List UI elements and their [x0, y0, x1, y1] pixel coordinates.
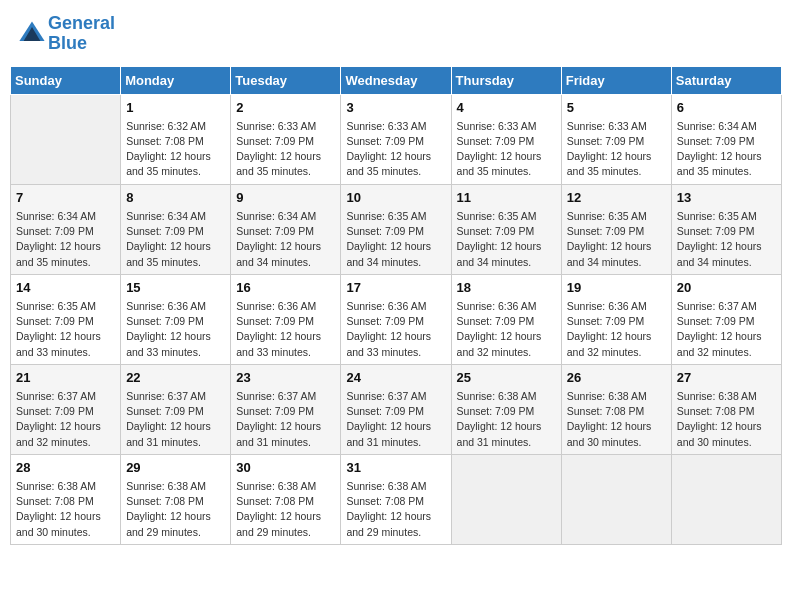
- calendar-cell: 19Sunrise: 6:36 AMSunset: 7:09 PMDayligh…: [561, 274, 671, 364]
- day-info: Sunrise: 6:33 AMSunset: 7:09 PMDaylight:…: [346, 119, 445, 180]
- calendar-cell: 10Sunrise: 6:35 AMSunset: 7:09 PMDayligh…: [341, 184, 451, 274]
- day-number: 6: [677, 99, 776, 117]
- calendar-cell: 21Sunrise: 6:37 AMSunset: 7:09 PMDayligh…: [11, 364, 121, 454]
- calendar-cell: 14Sunrise: 6:35 AMSunset: 7:09 PMDayligh…: [11, 274, 121, 364]
- calendar-cell: 31Sunrise: 6:38 AMSunset: 7:08 PMDayligh…: [341, 454, 451, 544]
- day-info: Sunrise: 6:37 AMSunset: 7:09 PMDaylight:…: [236, 389, 335, 450]
- day-number: 13: [677, 189, 776, 207]
- logo-icon: [18, 20, 46, 48]
- day-info: Sunrise: 6:32 AMSunset: 7:08 PMDaylight:…: [126, 119, 225, 180]
- day-number: 25: [457, 369, 556, 387]
- day-number: 2: [236, 99, 335, 117]
- day-info: Sunrise: 6:36 AMSunset: 7:09 PMDaylight:…: [567, 299, 666, 360]
- day-info: Sunrise: 6:33 AMSunset: 7:09 PMDaylight:…: [457, 119, 556, 180]
- weekday-header: Thursday: [451, 66, 561, 94]
- weekday-header: Tuesday: [231, 66, 341, 94]
- calendar-cell: 11Sunrise: 6:35 AMSunset: 7:09 PMDayligh…: [451, 184, 561, 274]
- day-info: Sunrise: 6:36 AMSunset: 7:09 PMDaylight:…: [236, 299, 335, 360]
- calendar-cell: 4Sunrise: 6:33 AMSunset: 7:09 PMDaylight…: [451, 94, 561, 184]
- day-info: Sunrise: 6:34 AMSunset: 7:09 PMDaylight:…: [677, 119, 776, 180]
- weekday-header-row: SundayMondayTuesdayWednesdayThursdayFrid…: [11, 66, 782, 94]
- day-info: Sunrise: 6:38 AMSunset: 7:08 PMDaylight:…: [236, 479, 335, 540]
- calendar-week-row: 21Sunrise: 6:37 AMSunset: 7:09 PMDayligh…: [11, 364, 782, 454]
- day-info: Sunrise: 6:35 AMSunset: 7:09 PMDaylight:…: [677, 209, 776, 270]
- day-info: Sunrise: 6:37 AMSunset: 7:09 PMDaylight:…: [126, 389, 225, 450]
- calendar-cell: 26Sunrise: 6:38 AMSunset: 7:08 PMDayligh…: [561, 364, 671, 454]
- calendar-cell: 30Sunrise: 6:38 AMSunset: 7:08 PMDayligh…: [231, 454, 341, 544]
- weekday-header: Saturday: [671, 66, 781, 94]
- day-number: 10: [346, 189, 445, 207]
- day-info: Sunrise: 6:36 AMSunset: 7:09 PMDaylight:…: [346, 299, 445, 360]
- calendar-cell: 18Sunrise: 6:36 AMSunset: 7:09 PMDayligh…: [451, 274, 561, 364]
- calendar-cell: 3Sunrise: 6:33 AMSunset: 7:09 PMDaylight…: [341, 94, 451, 184]
- weekday-header: Sunday: [11, 66, 121, 94]
- day-info: Sunrise: 6:36 AMSunset: 7:09 PMDaylight:…: [457, 299, 556, 360]
- calendar-cell: [451, 454, 561, 544]
- day-number: 23: [236, 369, 335, 387]
- calendar-table: SundayMondayTuesdayWednesdayThursdayFrid…: [10, 66, 782, 545]
- calendar-cell: 23Sunrise: 6:37 AMSunset: 7:09 PMDayligh…: [231, 364, 341, 454]
- calendar-cell: 6Sunrise: 6:34 AMSunset: 7:09 PMDaylight…: [671, 94, 781, 184]
- day-number: 19: [567, 279, 666, 297]
- day-number: 17: [346, 279, 445, 297]
- day-info: Sunrise: 6:35 AMSunset: 7:09 PMDaylight:…: [346, 209, 445, 270]
- day-number: 4: [457, 99, 556, 117]
- day-info: Sunrise: 6:38 AMSunset: 7:08 PMDaylight:…: [567, 389, 666, 450]
- day-number: 30: [236, 459, 335, 477]
- day-number: 15: [126, 279, 225, 297]
- day-info: Sunrise: 6:38 AMSunset: 7:08 PMDaylight:…: [677, 389, 776, 450]
- day-info: Sunrise: 6:33 AMSunset: 7:09 PMDaylight:…: [236, 119, 335, 180]
- day-number: 28: [16, 459, 115, 477]
- day-number: 29: [126, 459, 225, 477]
- calendar-cell: 17Sunrise: 6:36 AMSunset: 7:09 PMDayligh…: [341, 274, 451, 364]
- day-number: 27: [677, 369, 776, 387]
- day-info: Sunrise: 6:37 AMSunset: 7:09 PMDaylight:…: [677, 299, 776, 360]
- calendar-cell: 5Sunrise: 6:33 AMSunset: 7:09 PMDaylight…: [561, 94, 671, 184]
- day-info: Sunrise: 6:33 AMSunset: 7:09 PMDaylight:…: [567, 119, 666, 180]
- calendar-week-row: 14Sunrise: 6:35 AMSunset: 7:09 PMDayligh…: [11, 274, 782, 364]
- day-number: 20: [677, 279, 776, 297]
- day-number: 11: [457, 189, 556, 207]
- calendar-cell: [561, 454, 671, 544]
- day-info: Sunrise: 6:36 AMSunset: 7:09 PMDaylight:…: [126, 299, 225, 360]
- day-info: Sunrise: 6:38 AMSunset: 7:08 PMDaylight:…: [346, 479, 445, 540]
- day-number: 9: [236, 189, 335, 207]
- day-info: Sunrise: 6:35 AMSunset: 7:09 PMDaylight:…: [16, 299, 115, 360]
- calendar-cell: 7Sunrise: 6:34 AMSunset: 7:09 PMDaylight…: [11, 184, 121, 274]
- day-number: 26: [567, 369, 666, 387]
- calendar-cell: [11, 94, 121, 184]
- day-number: 8: [126, 189, 225, 207]
- day-number: 1: [126, 99, 225, 117]
- day-number: 5: [567, 99, 666, 117]
- day-number: 7: [16, 189, 115, 207]
- calendar-week-row: 7Sunrise: 6:34 AMSunset: 7:09 PMDaylight…: [11, 184, 782, 274]
- weekday-header: Wednesday: [341, 66, 451, 94]
- calendar-week-row: 28Sunrise: 6:38 AMSunset: 7:08 PMDayligh…: [11, 454, 782, 544]
- day-number: 24: [346, 369, 445, 387]
- day-number: 16: [236, 279, 335, 297]
- calendar-cell: 1Sunrise: 6:32 AMSunset: 7:08 PMDaylight…: [121, 94, 231, 184]
- day-info: Sunrise: 6:37 AMSunset: 7:09 PMDaylight:…: [16, 389, 115, 450]
- logo-text: General: [48, 14, 115, 34]
- calendar-cell: 16Sunrise: 6:36 AMSunset: 7:09 PMDayligh…: [231, 274, 341, 364]
- day-info: Sunrise: 6:34 AMSunset: 7:09 PMDaylight:…: [236, 209, 335, 270]
- weekday-header: Monday: [121, 66, 231, 94]
- calendar-cell: 24Sunrise: 6:37 AMSunset: 7:09 PMDayligh…: [341, 364, 451, 454]
- calendar-cell: 29Sunrise: 6:38 AMSunset: 7:08 PMDayligh…: [121, 454, 231, 544]
- day-number: 21: [16, 369, 115, 387]
- calendar-cell: [671, 454, 781, 544]
- day-info: Sunrise: 6:34 AMSunset: 7:09 PMDaylight:…: [16, 209, 115, 270]
- day-info: Sunrise: 6:38 AMSunset: 7:08 PMDaylight:…: [16, 479, 115, 540]
- day-number: 22: [126, 369, 225, 387]
- calendar-cell: 13Sunrise: 6:35 AMSunset: 7:09 PMDayligh…: [671, 184, 781, 274]
- calendar-cell: 22Sunrise: 6:37 AMSunset: 7:09 PMDayligh…: [121, 364, 231, 454]
- calendar-cell: 20Sunrise: 6:37 AMSunset: 7:09 PMDayligh…: [671, 274, 781, 364]
- calendar-cell: 27Sunrise: 6:38 AMSunset: 7:08 PMDayligh…: [671, 364, 781, 454]
- calendar-week-row: 1Sunrise: 6:32 AMSunset: 7:08 PMDaylight…: [11, 94, 782, 184]
- logo: General Blue: [18, 14, 115, 54]
- day-info: Sunrise: 6:38 AMSunset: 7:08 PMDaylight:…: [126, 479, 225, 540]
- calendar-cell: 12Sunrise: 6:35 AMSunset: 7:09 PMDayligh…: [561, 184, 671, 274]
- day-number: 14: [16, 279, 115, 297]
- day-number: 3: [346, 99, 445, 117]
- calendar-cell: 2Sunrise: 6:33 AMSunset: 7:09 PMDaylight…: [231, 94, 341, 184]
